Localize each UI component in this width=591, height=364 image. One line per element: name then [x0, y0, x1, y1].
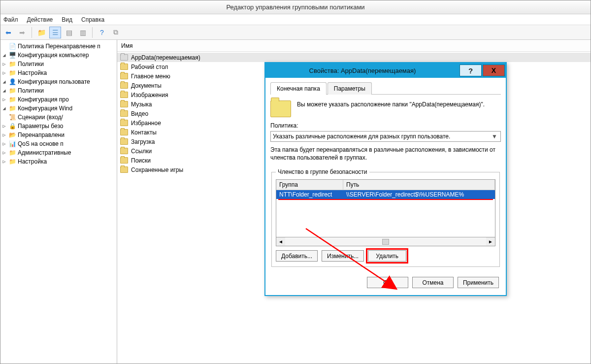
dialog-titlebar: Свойства: AppData(перемещаемая) ? X: [265, 63, 506, 78]
nav-forward-icon[interactable]: ➡: [16, 27, 28, 38]
tree-admin-templates[interactable]: ▷📁Административные: [1, 148, 116, 157]
tree-settings-user[interactable]: ▷📁Настройка: [1, 157, 116, 166]
scroll-right-icon[interactable]: ►: [486, 237, 495, 246]
tree-view-icon[interactable]: ☰: [49, 27, 61, 38]
folder-icon: [120, 110, 128, 117]
folder-icon: [120, 166, 128, 173]
toolbar-separator: [92, 27, 93, 38]
folder-icon: [120, 101, 128, 107]
list-item-label: AppData(перемещаемая): [131, 54, 200, 61]
tree-software-config[interactable]: ▷📁Конфигурация про: [1, 95, 116, 104]
list-item-label: Ссылки: [131, 148, 152, 155]
security-group-fieldset: Членство в группе безопасности Группа Пу…: [271, 168, 500, 267]
list-item-label: Документы: [131, 82, 162, 89]
tree-qos[interactable]: ▷📊QoS на основе п: [1, 139, 116, 148]
folder-icon: [120, 129, 128, 135]
tree-label: Перенаправлени: [18, 131, 65, 139]
tree-scripts[interactable]: 📜Сценарии (вход/: [1, 113, 116, 122]
tree-settings[interactable]: ▷📁Настройка: [1, 68, 116, 77]
apply-button[interactable]: Применить: [458, 277, 499, 288]
group-row[interactable]: NTT\Folder_redirect \\SERVER\Folder_redi…: [276, 190, 495, 199]
filter-icon[interactable]: ⧉: [110, 27, 122, 38]
menu-view[interactable]: Вид: [62, 16, 72, 23]
properties-dialog: Свойства: AppData(перемещаемая) ? X Коне…: [264, 62, 507, 296]
tree-security-params[interactable]: ▷🔒Параметры безо: [1, 122, 116, 131]
tree-label: Конфигурация компьютер: [18, 51, 89, 60]
list-item-label: Поиски: [131, 157, 151, 164]
folder-icon: [120, 64, 128, 70]
policy-combobox[interactable]: Указать различные расположения для разны…: [270, 131, 501, 142]
remove-button[interactable]: Удалить: [368, 250, 406, 262]
tree-pane: 📄Политика Перенаправление п ◢🖥️Конфигура…: [0, 40, 117, 364]
up-icon[interactable]: 📁: [35, 27, 47, 38]
scroll-left-icon[interactable]: ◄: [276, 237, 285, 246]
list-item-label: Загрузка: [131, 138, 155, 145]
menu-file[interactable]: Файл: [3, 16, 18, 23]
tree-folder-redirection[interactable]: ▷📂Перенаправлени: [1, 131, 116, 139]
sheet-icon[interactable]: ▥: [77, 27, 89, 38]
tree-computer-config[interactable]: ◢🖥️Конфигурация компьютер: [1, 51, 116, 60]
tree-policies[interactable]: ▷📁Политики: [1, 60, 116, 68]
tree-label: Настройка: [18, 68, 47, 77]
list-item[interactable]: AppData(перемещаемая): [117, 53, 591, 62]
tab-parameters[interactable]: Параметры: [328, 82, 372, 95]
tree-user-config[interactable]: ◢👤Конфигурация пользовате: [1, 77, 116, 86]
list-item-label: Избранное: [131, 120, 161, 127]
fieldset-legend: Членство в группе безопасности: [276, 168, 369, 175]
dialog-close-button[interactable]: X: [483, 65, 505, 76]
tree-label: Политики: [18, 86, 44, 95]
list-item-label: Рабочий стол: [131, 64, 168, 70]
scroll-thumb[interactable]: [382, 239, 389, 245]
horizontal-scrollbar[interactable]: ◄ ►: [276, 237, 495, 246]
toolbar-separator: [32, 27, 32, 38]
tree-label: Конфигурация Wind: [18, 104, 72, 113]
list-item-label: Главное меню: [131, 73, 170, 80]
folder-icon: [120, 73, 128, 79]
tree-label: Настройка: [18, 157, 47, 166]
list-item-label: Сохраненные игры: [131, 166, 183, 173]
path-cell: \\SERVER\Folder_redirect$\%USERNAME%: [343, 190, 495, 199]
tree-root[interactable]: 📄Политика Перенаправление п: [1, 42, 116, 51]
cancel-button[interactable]: Отмена: [412, 277, 454, 288]
edit-button[interactable]: Изменить...: [322, 250, 364, 262]
policy-label: Политика:: [270, 122, 501, 129]
tree-label: Политики: [18, 60, 44, 68]
scroll-track[interactable]: [285, 238, 486, 246]
group-cell: NTT\Folder_redirect: [276, 190, 343, 199]
annotation-underline: [278, 199, 493, 200]
tree-label: Политика Перенаправление п: [18, 42, 100, 51]
folder-icon: [120, 54, 128, 61]
tree-label: Сценарии (вход/: [18, 113, 63, 122]
add-button[interactable]: Добавить...: [276, 250, 318, 262]
menu-help[interactable]: Справка: [81, 16, 104, 23]
tree-windows-config[interactable]: ◢📁Конфигурация Wind: [1, 104, 116, 113]
menu-action[interactable]: Действие: [27, 16, 53, 23]
toolbar: ⬅ ➡ 📁 ☰ ▤ ▥ ? ⧉: [0, 25, 591, 40]
list-item-label: Музыка: [131, 101, 152, 108]
col-path[interactable]: Путь: [343, 180, 495, 190]
group-table[interactable]: Группа Путь NTT\Folder_redirect \\SERVER…: [276, 179, 495, 237]
folder-icon: [120, 92, 128, 98]
dialog-info-text: Вы можете указать расположение папки "Ap…: [297, 100, 485, 108]
tree-label: Конфигурация пользовате: [18, 77, 90, 86]
policy-value: Указать различные расположения для разны…: [273, 133, 450, 140]
nav-back-icon[interactable]: ⬅: [2, 27, 14, 38]
list-header-name[interactable]: Имя: [117, 40, 591, 52]
dialog-title: Свойства: AppData(перемещаемая): [265, 67, 460, 74]
tree-label: Административные: [18, 148, 71, 157]
window-title: Редактор управления групповыми политикам…: [0, 0, 591, 14]
list-item-label: Контакты: [131, 129, 157, 136]
tab-target[interactable]: Конечная папка: [270, 82, 327, 95]
tree-label: Конфигурация про: [18, 95, 69, 104]
ok-button[interactable]: OK: [367, 277, 408, 288]
dialog-help-button[interactable]: ?: [460, 65, 482, 76]
folder-icon: [120, 157, 128, 164]
list-item-label: Видео: [131, 110, 148, 117]
dialog-tabs: Конечная папка Параметры: [270, 82, 501, 95]
list-item-label: Изображения: [131, 92, 168, 99]
policy-description: Эта папка будет перенаправляться в разли…: [270, 146, 501, 162]
help-icon[interactable]: ?: [96, 27, 108, 38]
tree-policies-user[interactable]: ◢📁Политики: [1, 86, 116, 95]
col-group[interactable]: Группа: [276, 180, 343, 190]
list-icon[interactable]: ▤: [63, 27, 75, 38]
